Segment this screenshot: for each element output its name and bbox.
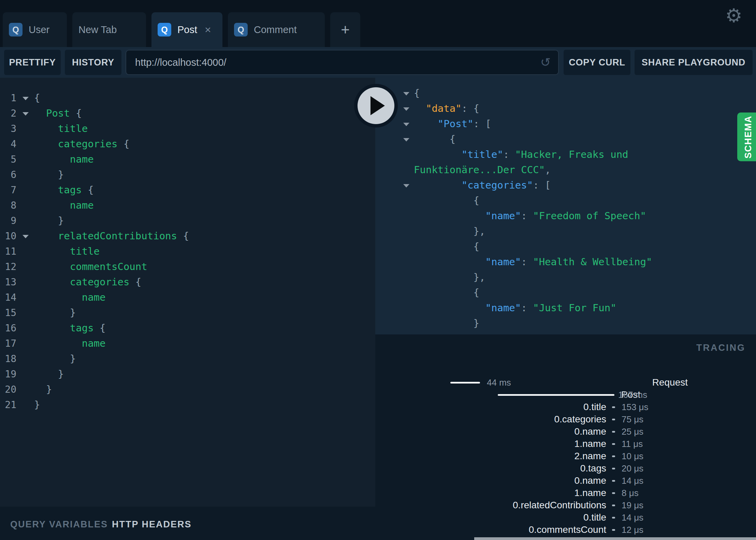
trace-duration-bar: [450, 382, 480, 384]
query-line[interactable]: 20 }: [0, 382, 375, 397]
query-line[interactable]: 10 relatedContributions {: [0, 228, 375, 244]
trace-label: 0.categories: [554, 413, 606, 425]
response-line: {: [375, 193, 756, 208]
trace-label: 1.name: [575, 438, 606, 450]
trace-row: Request44 ms: [375, 376, 756, 389]
line-number: 2: [0, 106, 20, 121]
query-line[interactable]: 6 }: [0, 167, 375, 182]
query-line[interactable]: 13 categories {: [0, 274, 375, 290]
trace-row: 0.categories75 μs: [375, 413, 756, 425]
trace-time: 14 μs: [622, 475, 643, 487]
response-line: "data": {: [375, 101, 756, 116]
copy-curl-button[interactable]: COPY CURL: [564, 50, 630, 75]
trace-tick: [612, 443, 615, 445]
line-number: 1: [0, 90, 20, 106]
new-tab-button[interactable]: +: [330, 12, 360, 47]
fold-arrow-icon[interactable]: [403, 184, 409, 188]
toolbar: PRETTIFY HISTORY http://localhost:4000/ …: [0, 47, 756, 78]
trace-time: 75 μs: [622, 413, 643, 425]
trace-time: 153 μs: [622, 401, 649, 413]
endpoint-url-value: http://localhost:4000/: [135, 57, 540, 68]
query-line[interactable]: 14 name: [0, 290, 375, 305]
tab-label: Post: [177, 24, 197, 35]
query-line[interactable]: 12 commentsCount: [0, 259, 375, 274]
fold-arrow-icon[interactable]: [403, 107, 409, 111]
line-number: 15: [0, 305, 20, 320]
fold-arrow-icon[interactable]: [403, 92, 409, 95]
query-type-badge: Q: [234, 23, 248, 36]
tab-label: New Tab: [78, 24, 117, 35]
fold-arrow-icon[interactable]: [23, 235, 29, 238]
trace-row: 0.tags20 μs: [375, 462, 756, 475]
query-line[interactable]: 5 name: [0, 152, 375, 167]
line-number: 3: [0, 121, 20, 136]
query-variables-tab[interactable]: QUERY VARIABLES: [10, 519, 108, 530]
trace-time: 20 μs: [622, 462, 643, 475]
response-line: {: [375, 86, 756, 101]
trace-tick: [612, 505, 615, 506]
tab-comment[interactable]: QComment: [228, 12, 325, 47]
line-number: 19: [0, 366, 20, 382]
response-line: Funktionäre...Der CCC",: [375, 162, 756, 178]
query-line[interactable]: 4 categories {: [0, 136, 375, 152]
history-button[interactable]: HISTORY: [65, 50, 121, 75]
query-line[interactable]: 11 title: [0, 244, 375, 259]
schema-tab[interactable]: SCHEMA: [737, 112, 756, 161]
trace-time: 12 μs: [622, 524, 643, 536]
query-line[interactable]: 1{: [0, 90, 375, 106]
fold-arrow-icon[interactable]: [23, 97, 29, 100]
line-number: 5: [0, 152, 20, 167]
trace-row: 0.relatedContributions19 μs: [375, 499, 756, 511]
response-line: "name": "Freedom of Speech": [375, 208, 756, 224]
settings-gear-icon[interactable]: ⚙: [725, 6, 742, 25]
endpoint-url-input[interactable]: http://localhost:4000/ ↺: [126, 50, 559, 75]
trace-row: 1.name11 μs: [375, 438, 756, 450]
trace-time: 19 μs: [622, 499, 643, 511]
horizontal-scrollbar[interactable]: [474, 537, 756, 540]
query-type-badge: Q: [158, 23, 171, 36]
query-line[interactable]: 15 }: [0, 305, 375, 320]
execute-query-button[interactable]: [354, 84, 398, 127]
query-editor[interactable]: 1{2 Post {3 title4 categories {5 name6 }…: [0, 78, 375, 507]
query-line[interactable]: 19 }: [0, 366, 375, 382]
tab-user[interactable]: QUser: [3, 12, 67, 47]
tracing-panel: TRACING Request44 msPost167 ms0.title153…: [375, 334, 756, 540]
http-headers-tab[interactable]: HTTP HEADERS: [112, 519, 192, 530]
line-number: 4: [0, 136, 20, 152]
fold-arrow-icon[interactable]: [403, 123, 409, 126]
prettify-button[interactable]: PRETTIFY: [4, 50, 61, 75]
query-line[interactable]: 3 title: [0, 121, 375, 136]
query-line[interactable]: 8 name: [0, 198, 375, 213]
trace-label: 2.name: [575, 450, 606, 462]
trace-row: Post167 ms: [375, 389, 756, 401]
trace-label: Request: [652, 376, 688, 389]
tracing-title[interactable]: TRACING: [696, 343, 745, 353]
tab-post[interactable]: QPost×: [151, 12, 222, 47]
trace-tick: [612, 419, 615, 420]
reload-schema-icon[interactable]: ↺: [540, 56, 551, 69]
query-line[interactable]: 2 Post {: [0, 106, 375, 121]
query-line[interactable]: 17 name: [0, 336, 375, 351]
tab-new-tab[interactable]: New Tab: [72, 12, 146, 47]
line-number: 12: [0, 259, 20, 274]
close-tab-icon[interactable]: ×: [205, 24, 211, 35]
schema-tab-label: SCHEMA: [743, 115, 754, 158]
response-line: ]: [375, 331, 756, 334]
query-line[interactable]: 9 }: [0, 213, 375, 228]
line-number: 17: [0, 336, 20, 351]
fold-arrow-icon[interactable]: [403, 138, 409, 141]
trace-tick: [612, 480, 615, 482]
tab-bar: QUserNew TabQPost×QComment+ ⚙: [0, 0, 756, 47]
line-number: 18: [0, 351, 20, 366]
query-line[interactable]: 18 }: [0, 351, 375, 366]
trace-time: 14 μs: [622, 511, 643, 524]
tab-label: User: [29, 24, 49, 35]
trace-time: 11 μs: [622, 438, 643, 450]
fold-arrow-icon[interactable]: [23, 112, 29, 116]
tab-label: Comment: [254, 24, 297, 35]
query-line[interactable]: 16 tags {: [0, 320, 375, 336]
trace-row: 0.name14 μs: [375, 475, 756, 487]
query-line[interactable]: 7 tags {: [0, 182, 375, 198]
share-playground-button[interactable]: SHARE PLAYGROUND: [635, 50, 753, 75]
query-line[interactable]: 21}: [0, 397, 375, 412]
